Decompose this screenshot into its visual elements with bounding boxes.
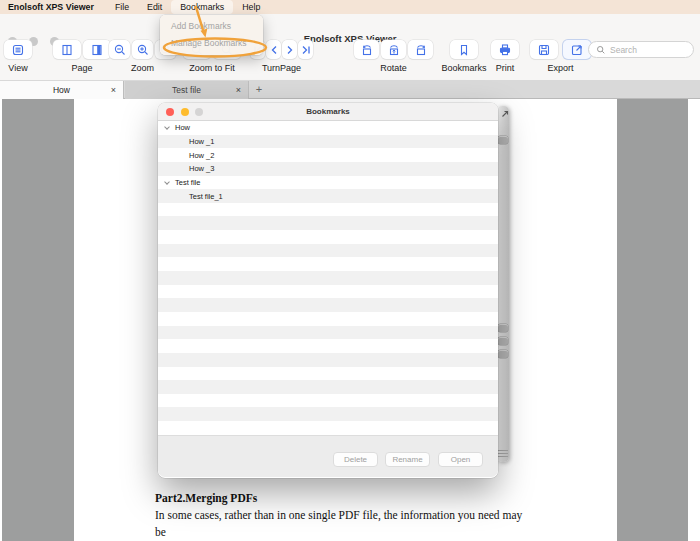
disclosure-chevron-icon[interactable] [164, 179, 170, 185]
toolbar-group-bookmarks: Bookmarks [450, 40, 492, 73]
export-icon [570, 43, 584, 57]
bookmark-label: Test file [175, 178, 200, 187]
tab-label: Test file [172, 85, 201, 95]
menubar-app-name[interactable]: Enolsoft XPS Viewer [0, 2, 106, 12]
bookmark-row[interactable]: How _2 [158, 148, 498, 162]
bookmark-row[interactable]: How [158, 121, 498, 135]
last-page-button[interactable] [298, 40, 313, 59]
bookmark-row[interactable]: Test file [158, 176, 498, 190]
menu-edit[interactable]: Edit [138, 0, 171, 14]
view-button[interactable] [4, 40, 32, 59]
search-input[interactable] [610, 45, 680, 55]
toolbar-group-page: Page [53, 40, 111, 73]
viewer-margin-right [617, 99, 688, 541]
rotate-right-button[interactable] [408, 40, 433, 59]
search-icon [596, 41, 606, 59]
dialog-title-bar[interactable]: Bookmarks [158, 103, 498, 121]
bookmark-row-empty [158, 257, 498, 271]
new-tab-button[interactable]: + [251, 81, 267, 99]
bookmarks-dropdown-menu: Add Bookmarks Manage Bookmarks [160, 15, 263, 55]
zoom-in-icon [136, 43, 150, 57]
dialog-minimize-button[interactable] [181, 108, 189, 116]
flip-icon [387, 43, 401, 57]
bookmark-row-empty [158, 394, 498, 408]
toolbar-group-view: View [4, 40, 32, 73]
print-label: Print [491, 63, 519, 73]
bookmark-list: HowHow _1How _2How _3Test fileTest file_… [158, 121, 498, 435]
rotate-left-button[interactable] [354, 40, 379, 59]
bookmark-label: Test file_1 [189, 192, 223, 201]
save-icon [537, 43, 551, 57]
document-text: Part2.Merging PDFs In some cases, rather… [155, 490, 535, 541]
flip-button[interactable] [381, 40, 406, 59]
next-page-icon [284, 44, 296, 56]
dialog-close-button[interactable] [166, 108, 174, 116]
tab-bar: How × Test file × + [0, 81, 700, 99]
print-button[interactable] [491, 40, 519, 59]
dialog-footer: Delete Rename Open [158, 435, 498, 477]
two-column-page-icon [60, 43, 74, 57]
tab-label: How [53, 85, 70, 95]
rotate-right-icon [414, 43, 428, 57]
scrollbar-button[interactable] [498, 136, 508, 144]
tab-close-icon[interactable]: × [111, 81, 116, 99]
save-button[interactable] [530, 40, 558, 59]
bookmark-row-empty [158, 326, 498, 340]
bookmark-row-empty [158, 421, 498, 435]
dialog-title: Bookmarks [158, 103, 498, 121]
background-scrollbar[interactable] [497, 106, 509, 462]
tab-close-icon[interactable]: × [236, 81, 241, 99]
scrollbar-button[interactable] [498, 350, 508, 358]
bookmark-row-empty [158, 285, 498, 299]
zoom-out-button[interactable] [109, 40, 130, 59]
menu-bar: Enolsoft XPS Viewer File Edit Bookmarks … [0, 0, 700, 14]
two-page-button[interactable] [53, 40, 81, 59]
toolbar-group-search: Search [588, 40, 694, 56]
menu-item-manage-bookmarks[interactable]: Manage Bookmarks [160, 36, 263, 51]
bookmark-row-empty [158, 244, 498, 258]
bookmark-row-empty [158, 312, 498, 326]
view-label: View [4, 63, 32, 73]
page-label: Page [53, 63, 111, 73]
bookmark-row[interactable]: How _1 [158, 135, 498, 149]
single-page-button[interactable] [83, 40, 111, 59]
export-button[interactable] [563, 40, 591, 59]
viewer-margin-left [2, 99, 74, 541]
rotate-label: Rotate [354, 63, 433, 73]
bookmark-row-empty [158, 230, 498, 244]
resize-grip[interactable] [498, 450, 508, 459]
bookmark-row-empty [158, 203, 498, 217]
bookmark-label: How _3 [189, 164, 214, 173]
bookmark-row-empty [158, 216, 498, 230]
tab-test-file[interactable]: Test file × [125, 81, 249, 99]
zoom-in-button[interactable] [132, 40, 153, 59]
bookmark-row[interactable]: Test file_1 [158, 189, 498, 203]
menu-help[interactable]: Help [233, 0, 269, 14]
toolbar: Enolsoft XPS Viewer View Page [0, 14, 700, 81]
next-page-button[interactable] [282, 40, 297, 59]
zoomfit-label: Zoom to Fit [183, 63, 241, 73]
scrollbar-button[interactable] [498, 337, 508, 345]
open-button[interactable]: Open [438, 452, 483, 467]
menu-item-add-bookmarks[interactable]: Add Bookmarks [160, 19, 263, 34]
menu-bookmarks[interactable]: Bookmarks [171, 0, 233, 14]
export-label: Export [530, 63, 591, 73]
document-heading: Part2.Merging PDFs [155, 490, 535, 507]
search-field[interactable] [588, 41, 694, 58]
prev-page-button[interactable] [266, 40, 281, 59]
bookmark-row-empty [158, 380, 498, 394]
menu-file[interactable]: File [106, 0, 138, 14]
disclosure-chevron-icon[interactable] [164, 124, 170, 130]
rename-button[interactable]: Rename [385, 452, 430, 467]
view-list-icon [11, 43, 25, 57]
prev-page-icon [268, 44, 280, 56]
resize-diagonal-icon [500, 105, 510, 123]
bookmark-row-empty [158, 271, 498, 285]
delete-button[interactable]: Delete [333, 452, 378, 467]
toolbar-group-rotate: Rotate [354, 40, 433, 73]
right-filled-page-icon [90, 43, 104, 57]
bookmarks-button[interactable] [450, 40, 478, 59]
scrollbar-button[interactable] [498, 324, 508, 332]
bookmark-row[interactable]: How _3 [158, 162, 498, 176]
tab-how[interactable]: How × [0, 81, 124, 99]
